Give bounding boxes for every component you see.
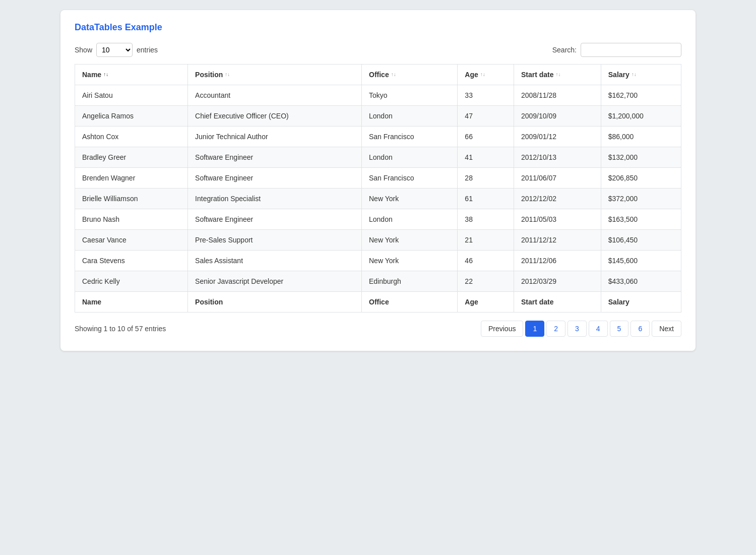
th-label-name: Name bbox=[82, 71, 101, 79]
next-button[interactable]: Next bbox=[652, 321, 681, 337]
sort-icon-start_date: ↑↓ bbox=[556, 72, 561, 77]
search-label: Search: bbox=[552, 46, 577, 54]
cell-position: Chief Executive Officer (CEO) bbox=[188, 106, 362, 127]
tfoot-th-position: Position bbox=[188, 292, 362, 313]
th-label-age: Age bbox=[465, 71, 478, 79]
cell-position: Software Engineer bbox=[188, 209, 362, 230]
tfoot-th-start_date: Start date bbox=[514, 292, 601, 313]
th-label-start_date: Start date bbox=[521, 71, 554, 79]
cell-name: Angelica Ramos bbox=[75, 106, 188, 127]
table-row: Angelica RamosChief Executive Officer (C… bbox=[75, 106, 681, 127]
th-inner-name: Name↑↓ bbox=[82, 71, 180, 79]
table-row: Bradley GreerSoftware EngineerLondon4120… bbox=[75, 147, 681, 168]
cell-salary: $163,500 bbox=[601, 209, 681, 230]
cell-start_date: 2009/01/12 bbox=[514, 127, 601, 147]
table-row: Brielle WilliamsonIntegration Specialist… bbox=[75, 189, 681, 209]
th-label-office: Office bbox=[369, 71, 389, 79]
sort-icon-name: ↑↓ bbox=[103, 72, 108, 77]
page-button-5[interactable]: 5 bbox=[610, 321, 629, 337]
table-head: Name↑↓Position↑↓Office↑↓Age↑↓Start date↑… bbox=[75, 65, 681, 85]
cell-start_date: 2008/11/28 bbox=[514, 85, 601, 106]
table-row: Cedric KellySenior Javascript DeveloperE… bbox=[75, 271, 681, 292]
cell-name: Cara Stevens bbox=[75, 251, 188, 271]
th-age[interactable]: Age↑↓ bbox=[458, 65, 514, 85]
page-button-6[interactable]: 6 bbox=[631, 321, 650, 337]
search-input[interactable] bbox=[581, 43, 681, 57]
cell-position: Junior Technical Author bbox=[188, 127, 362, 147]
cell-office: London bbox=[362, 147, 458, 168]
th-label-position: Position bbox=[195, 71, 223, 79]
cell-office: San Francisco bbox=[362, 168, 458, 189]
cell-salary: $433,060 bbox=[601, 271, 681, 292]
cell-office: London bbox=[362, 106, 458, 127]
cell-name: Brenden Wagner bbox=[75, 168, 188, 189]
th-start_date[interactable]: Start date↑↓ bbox=[514, 65, 601, 85]
table-row: Brenden WagnerSoftware EngineerSan Franc… bbox=[75, 168, 681, 189]
th-position[interactable]: Position↑↓ bbox=[188, 65, 362, 85]
cell-name: Caesar Vance bbox=[75, 230, 188, 251]
cell-name: Cedric Kelly bbox=[75, 271, 188, 292]
cell-position: Accountant bbox=[188, 85, 362, 106]
controls-top: Show 102550100 entries Search: bbox=[75, 43, 681, 57]
controls-bottom: Showing 1 to 10 of 57 entries Previous12… bbox=[75, 321, 681, 337]
page-button-3[interactable]: 3 bbox=[568, 321, 587, 337]
cell-start_date: 2011/06/07 bbox=[514, 168, 601, 189]
th-office[interactable]: Office↑↓ bbox=[362, 65, 458, 85]
tfoot-th-name: Name bbox=[75, 292, 188, 313]
th-inner-start_date: Start date↑↓ bbox=[521, 71, 594, 79]
card-title: DataTables Example bbox=[75, 22, 681, 33]
cell-start_date: 2009/10/09 bbox=[514, 106, 601, 127]
cell-position: Software Engineer bbox=[188, 168, 362, 189]
cell-office: London bbox=[362, 209, 458, 230]
cell-age: 28 bbox=[458, 168, 514, 189]
cell-age: 61 bbox=[458, 189, 514, 209]
th-inner-position: Position↑↓ bbox=[195, 71, 354, 79]
cell-start_date: 2011/12/12 bbox=[514, 230, 601, 251]
cell-name: Ashton Cox bbox=[75, 127, 188, 147]
cell-office: New York bbox=[362, 251, 458, 271]
tfoot-th-age: Age bbox=[458, 292, 514, 313]
cell-name: Bradley Greer bbox=[75, 147, 188, 168]
table-row: Airi SatouAccountantTokyo332008/11/28$16… bbox=[75, 85, 681, 106]
th-salary[interactable]: Salary↑↓ bbox=[601, 65, 681, 85]
cell-start_date: 2011/05/03 bbox=[514, 209, 601, 230]
cell-position: Software Engineer bbox=[188, 147, 362, 168]
sort-icon-salary: ↑↓ bbox=[632, 72, 637, 77]
sort-icon-age: ↑↓ bbox=[480, 72, 485, 77]
page-button-2[interactable]: 2 bbox=[546, 321, 565, 337]
page-button-4[interactable]: 4 bbox=[589, 321, 608, 337]
cell-position: Senior Javascript Developer bbox=[188, 271, 362, 292]
cell-salary: $132,000 bbox=[601, 147, 681, 168]
header-row: Name↑↓Position↑↓Office↑↓Age↑↓Start date↑… bbox=[75, 65, 681, 85]
cell-salary: $1,200,000 bbox=[601, 106, 681, 127]
cell-start_date: 2012/03/29 bbox=[514, 271, 601, 292]
cell-position: Pre-Sales Support bbox=[188, 230, 362, 251]
cell-name: Airi Satou bbox=[75, 85, 188, 106]
cell-salary: $106,450 bbox=[601, 230, 681, 251]
tfoot-th-office: Office bbox=[362, 292, 458, 313]
cell-age: 66 bbox=[458, 127, 514, 147]
search-box: Search: bbox=[552, 43, 681, 57]
cell-office: Edinburgh bbox=[362, 271, 458, 292]
cell-age: 21 bbox=[458, 230, 514, 251]
table-foot: NamePositionOfficeAgeStart dateSalary bbox=[75, 292, 681, 313]
cell-salary: $86,000 bbox=[601, 127, 681, 147]
cell-office: New York bbox=[362, 230, 458, 251]
th-name[interactable]: Name↑↓ bbox=[75, 65, 188, 85]
previous-button[interactable]: Previous bbox=[481, 321, 523, 337]
pagination: Previous123456Next bbox=[481, 321, 681, 337]
table-row: Bruno NashSoftware EngineerLondon382011/… bbox=[75, 209, 681, 230]
tfoot-th-salary: Salary bbox=[601, 292, 681, 313]
entries-select[interactable]: 102550100 bbox=[96, 43, 133, 57]
th-inner-office: Office↑↓ bbox=[369, 71, 450, 79]
showing-text: Showing 1 to 10 of 57 entries bbox=[75, 325, 166, 333]
table-row: Cara StevensSales AssistantNew York46201… bbox=[75, 251, 681, 271]
cell-age: 46 bbox=[458, 251, 514, 271]
cell-start_date: 2012/12/02 bbox=[514, 189, 601, 209]
cell-name: Brielle Williamson bbox=[75, 189, 188, 209]
th-inner-age: Age↑↓ bbox=[465, 71, 507, 79]
page-button-1[interactable]: 1 bbox=[525, 321, 544, 337]
show-entries-control: Show 102550100 entries bbox=[75, 43, 158, 57]
table-row: Caesar VancePre-Sales SupportNew York212… bbox=[75, 230, 681, 251]
cell-office: San Francisco bbox=[362, 127, 458, 147]
